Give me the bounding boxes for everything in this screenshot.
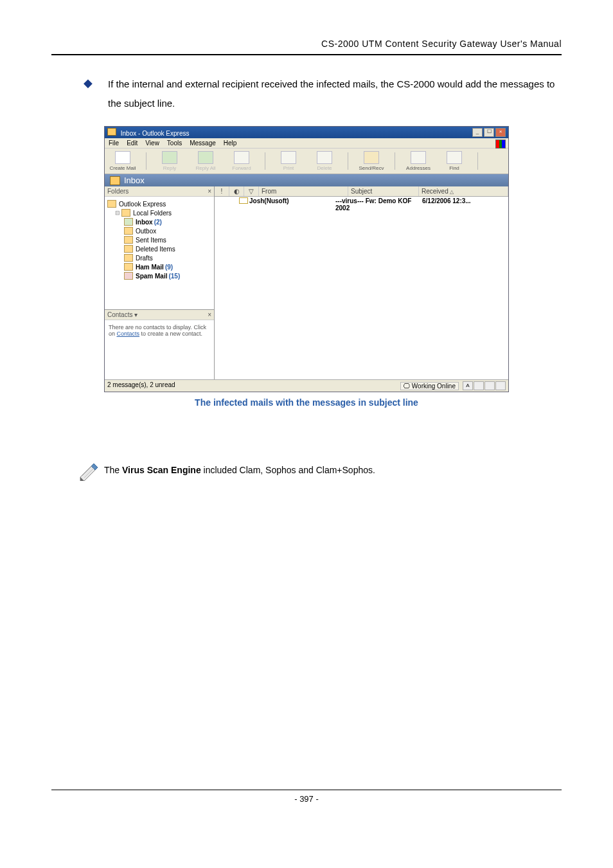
monitor-icon: 🖵	[404, 383, 410, 390]
tb-sendrecv[interactable]: Send/Recv	[357, 151, 386, 171]
message-list-header: ! ◐ ▽ From Subject Received △	[215, 186, 508, 197]
folder-inbox[interactable]: Inbox(2)	[107, 217, 211, 226]
col-priority[interactable]: !	[215, 186, 229, 196]
window-titlebar: Inbox - Outlook Express _ ☐ ×	[105, 127, 508, 138]
folders-header: Folders ×	[105, 186, 214, 197]
windows-flag-icon	[495, 140, 506, 149]
contacts-link[interactable]: Contacts	[117, 330, 140, 337]
close-button[interactable]: ×	[495, 128, 506, 137]
inbox-icon	[110, 176, 120, 185]
folder-outlook-express[interactable]: Outlook Express	[107, 199, 211, 208]
status-online: 🖵 Working Online	[400, 382, 459, 390]
tb-print[interactable]: Print	[274, 151, 303, 171]
folder-local-folders[interactable]: ⊟Local Folders	[107, 208, 211, 217]
menu-edit[interactable]: Edit	[127, 140, 138, 147]
window-title: Inbox - Outlook Express	[121, 130, 190, 137]
bullet-diamond: ◆	[84, 75, 93, 92]
viewbar: Inbox	[105, 174, 508, 186]
folder-deleted[interactable]: Deleted Items	[107, 244, 211, 253]
col-attachment[interactable]: ◐	[229, 186, 244, 196]
viewbar-label: Inbox	[124, 176, 145, 185]
ime-cell[interactable]	[484, 381, 495, 390]
folder-tree: Outlook Express ⊟Local Folders Inbox(2) …	[105, 197, 214, 309]
folder-sent[interactable]: Sent Items	[107, 235, 211, 244]
contacts-header[interactable]: Contacts ▾ ×	[105, 310, 214, 320]
col-from[interactable]: From	[259, 186, 348, 196]
row-subject: ---virus--- Fw: Demo KOF 2002	[335, 197, 422, 212]
outlook-screenshot: Inbox - Outlook Express _ ☐ × File Edit …	[104, 126, 509, 408]
tb-reply-all[interactable]: Reply All	[191, 151, 220, 171]
minimize-button[interactable]: _	[472, 128, 483, 137]
tb-find[interactable]: Find	[440, 151, 468, 171]
folder-spam-mail[interactable]: Spam Mail(15)	[107, 271, 211, 280]
mail-icon	[239, 197, 248, 204]
row-from: Josh(Nusoft)	[249, 197, 335, 212]
tb-forward[interactable]: Forward	[227, 151, 256, 171]
app-icon	[107, 128, 116, 136]
menu-file[interactable]: File	[109, 140, 119, 147]
tb-addresses[interactable]: Addresses	[404, 151, 432, 171]
ime-bar: A	[463, 381, 506, 390]
maximize-button[interactable]: ☐	[484, 128, 494, 137]
tb-reply[interactable]: Reply	[155, 151, 184, 171]
menu-view[interactable]: View	[145, 140, 159, 147]
contacts-body: There are no contacts to display. Click …	[105, 320, 214, 379]
contacts-close[interactable]: ×	[208, 311, 211, 318]
status-bar: 2 message(s), 2 unread 🖵 Working Online …	[105, 379, 508, 392]
col-received[interactable]: Received △	[419, 186, 508, 196]
folder-outbox[interactable]: Outbox	[107, 226, 211, 235]
folders-close[interactable]: ×	[208, 188, 211, 195]
folder-drafts[interactable]: Drafts	[107, 253, 211, 262]
menubar: File Edit View Tools Message Help	[105, 138, 508, 149]
ime-cell[interactable]: A	[463, 381, 473, 390]
intro-text: If the internal and external recipient r…	[108, 75, 562, 113]
screenshot-caption: The infected mails with the messages in …	[104, 397, 509, 408]
toolbar: Create Mail Reply Reply All Forward Prin…	[105, 149, 508, 174]
tb-create-mail[interactable]: Create Mail	[109, 151, 137, 171]
doc-header-title: CS-2000 UTM Content Security Gateway Use…	[51, 39, 562, 49]
page-footer: - 397 -	[51, 790, 562, 804]
menu-tools[interactable]: Tools	[167, 140, 182, 147]
note-pencil-icon	[77, 459, 103, 481]
row-received: 6/12/2006 12:3...	[422, 197, 508, 212]
note-text: The Virus Scan Engine included Clam, Sop…	[104, 465, 375, 475]
menu-message[interactable]: Message	[190, 140, 216, 147]
col-subject[interactable]: Subject	[348, 186, 419, 196]
folder-ham-mail[interactable]: Ham Mail(9)	[107, 262, 211, 271]
status-message-count: 2 message(s), 2 unread	[107, 381, 175, 390]
menu-help[interactable]: Help	[224, 140, 237, 147]
message-row[interactable]: Josh(Nusoft) ---virus--- Fw: Demo KOF 20…	[215, 197, 508, 212]
ime-cell[interactable]	[495, 381, 506, 390]
tb-delete[interactable]: Delete	[310, 151, 339, 171]
header-divider	[51, 54, 562, 55]
col-flag[interactable]: ▽	[244, 186, 259, 196]
ime-cell[interactable]	[474, 381, 484, 390]
